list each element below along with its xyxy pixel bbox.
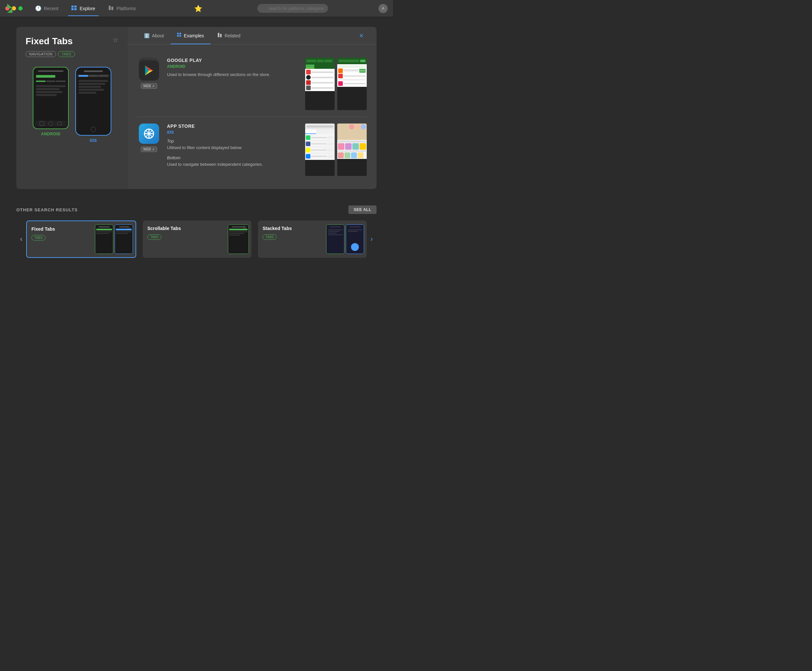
svg-rect-4 — [109, 5, 110, 10]
app-store-desc-top: Utilised to filter content displayed bel… — [167, 145, 242, 150]
svg-rect-6 — [177, 33, 179, 34]
tags-container: NAVIGATION TABS — [25, 51, 119, 57]
google-play-icon-wrapper: WEB ↗ — [138, 58, 160, 89]
phone-previews: ANDROID — [25, 63, 119, 150]
app-store-desc-bottom: Used to navigate between independent cat… — [167, 162, 263, 167]
results-carousel: ‹ Fixed Tabs TABS ☆ — [16, 220, 377, 258]
tag-tabs[interactable]: TABS — [58, 51, 75, 57]
titlebar: 🕐 Recent Explore Platforms ⭐ 🔍 A — [0, 0, 393, 17]
app-store-title: APP STORE — [167, 124, 299, 129]
nav-explore[interactable]: Explore — [68, 3, 98, 14]
stacked-mini-screen-2 — [346, 225, 364, 254]
about-icon: ℹ️ — [144, 33, 149, 38]
app-store-screenshots — [305, 124, 367, 176]
app-store-icon — [139, 124, 159, 144]
nav-platforms-label: Platforms — [117, 6, 136, 11]
ios-phone — [75, 67, 111, 136]
nav-platforms[interactable]: Platforms — [105, 3, 139, 14]
maximize-window-button[interactable] — [18, 6, 22, 10]
left-panel: Fixed Tabs ☆ NAVIGATION TABS — [16, 27, 128, 189]
platforms-icon — [109, 5, 114, 12]
stacked-tabs-card-title: Stacked Tabs — [263, 226, 321, 231]
ios-screen — [76, 68, 110, 135]
svg-rect-11 — [220, 34, 222, 37]
tab-related[interactable]: Related — [211, 27, 247, 44]
android-label: ANDROID — [41, 132, 61, 136]
recent-icon: 🕐 — [35, 5, 42, 12]
app-store-web-badge[interactable]: WEB ↗ — [141, 146, 158, 152]
web-label: WEB — [143, 84, 151, 88]
result-card-scrollable-tabs[interactable]: Scrollable Tabs TABS ☆ — [143, 220, 251, 258]
fixed-tabs-card-title: Fixed Tabs — [31, 227, 90, 232]
app-store-platform: iOS — [167, 130, 299, 135]
google-play-web-badge[interactable]: WEB ↗ — [141, 83, 158, 89]
fixed-tabs-star-icon[interactable]: ☆ — [127, 225, 131, 230]
external-link-icon-2: ↗ — [152, 148, 155, 151]
tab-related-label: Related — [224, 33, 240, 38]
ios-label: iOS — [90, 138, 97, 143]
google-play-info: GOOGLE PLAY ANDROID Used to browse throu… — [167, 58, 299, 78]
google-play-platform: ANDROID — [167, 64, 299, 69]
avatar-label: A — [382, 6, 384, 11]
search-input[interactable] — [257, 4, 328, 13]
google-play-description: Used to browse through different section… — [167, 72, 299, 78]
bottom-section: OTHER SEARCH RESULTS SEE ALL ‹ Fixed Tab… — [0, 199, 393, 268]
result-card-fixed-tabs[interactable]: Fixed Tabs TABS ☆ — [26, 220, 136, 258]
tab-about[interactable]: ℹ️ About — [138, 27, 171, 44]
app-store-description: Top Utilised to filter content displayed… — [167, 138, 299, 167]
stacked-mini-phone-1 — [326, 225, 345, 254]
scrollable-tabs-card-screenshots — [228, 220, 251, 258]
nav-recent[interactable]: 🕐 Recent — [32, 3, 61, 14]
favorites-button[interactable]: ⭐ — [194, 5, 202, 12]
svg-rect-3 — [74, 8, 76, 10]
external-link-icon: ↗ — [152, 85, 155, 88]
app-store-screenshot-2 — [337, 124, 367, 176]
stacked-tabs-info: Stacked Tabs TABS — [258, 220, 326, 258]
ios-preview: iOS — [75, 67, 111, 143]
android-preview: ANDROID — [33, 67, 69, 143]
svg-rect-0 — [71, 5, 74, 7]
explore-icon — [71, 5, 77, 12]
nav-recent-label: Recent — [44, 6, 58, 11]
stacked-tabs-card-screenshots — [326, 220, 367, 258]
android-phone — [33, 67, 69, 129]
see-all-button[interactable]: SEE ALL — [348, 205, 377, 214]
tab-about-label: About — [152, 33, 164, 38]
other-results-header: OTHER SEARCH RESULTS SEE ALL — [16, 205, 377, 214]
tabs-header: ℹ️ About Examples — [128, 27, 377, 44]
google-play-title: GOOGLE PLAY — [167, 58, 299, 63]
google-play-screenshot-2: UPDATE — [337, 58, 367, 110]
main-content: Fixed Tabs ☆ NAVIGATION TABS — [0, 17, 393, 199]
right-panel: ℹ️ About Examples — [128, 27, 377, 189]
app-store-screenshot-1 — [305, 124, 335, 176]
carousel-prev-button[interactable]: ‹ — [16, 234, 26, 244]
fixed-tabs-info: Fixed Tabs TABS — [27, 221, 95, 257]
tab-examples-label: Examples — [184, 33, 204, 38]
svg-rect-10 — [218, 33, 219, 37]
svg-rect-7 — [179, 33, 181, 34]
svg-rect-9 — [179, 35, 181, 37]
example-app-store: WEB ↗ APP STORE iOS Top Utilised to filt… — [138, 117, 367, 182]
result-card-stacked-tabs[interactable]: Stacked Tabs TABS ☆ — [258, 220, 367, 258]
tag-navigation[interactable]: NAVIGATION — [25, 51, 56, 57]
scrollable-tabs-star-icon[interactable]: ☆ — [243, 225, 247, 230]
carousel-next-button[interactable]: › — [367, 234, 377, 244]
web-label-2: WEB — [143, 147, 151, 151]
nav-explore-label: Explore — [80, 6, 95, 11]
fixed-tabs-card-tag: TABS — [31, 235, 46, 240]
tab-examples[interactable]: Examples — [171, 27, 211, 44]
mini-android-screen — [95, 225, 113, 254]
fixed-tabs-mini-android — [95, 225, 113, 254]
bottom-label: Bottom — [167, 155, 180, 160]
android-screen — [33, 68, 68, 128]
stacked-mini-screen-1 — [326, 225, 344, 254]
carousel-items: Fixed Tabs TABS ☆ — [26, 220, 367, 258]
google-play-screenshots: UPDATE — [305, 58, 367, 110]
scrollable-tabs-card-tag: TABS — [147, 234, 161, 240]
scrollable-tabs-card-title: Scrollable Tabs — [147, 226, 223, 231]
search-wrapper: 🔍 — [257, 4, 369, 13]
close-button[interactable]: × — [356, 28, 367, 43]
svg-rect-8 — [177, 35, 179, 37]
bookmark-icon[interactable]: ☆ — [113, 36, 119, 44]
avatar[interactable]: A — [379, 4, 388, 13]
